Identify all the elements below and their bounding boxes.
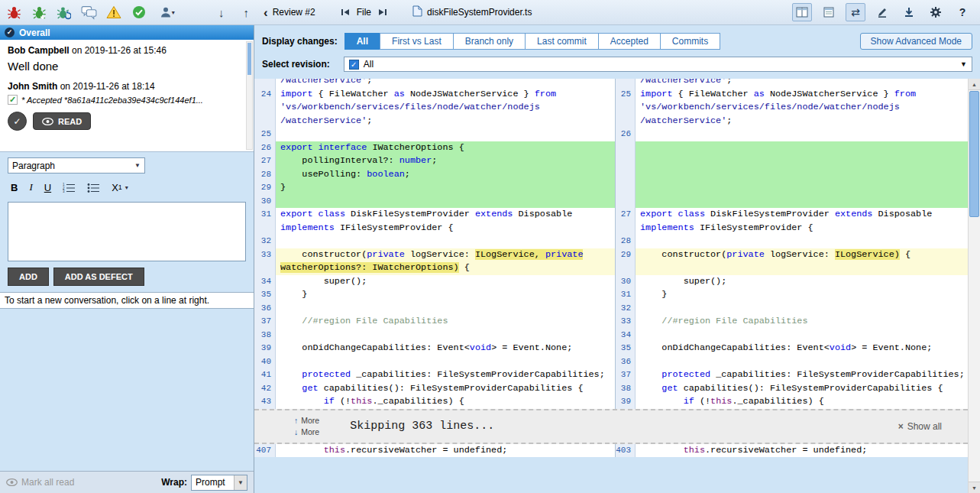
subscript-button[interactable]: X1 ▾ bbox=[112, 182, 128, 193]
diff-row[interactable]: 27export class DiskFileSystemProvider ex… bbox=[616, 208, 968, 235]
diff-row[interactable]: 40 bbox=[254, 355, 615, 369]
accept-round-button[interactable]: ✓ bbox=[8, 112, 27, 131]
diff-row[interactable]: 33 //#region File Capabilities bbox=[616, 315, 968, 329]
tab-all[interactable]: All bbox=[344, 33, 380, 50]
overall-section-header[interactable]: ✓ Overall bbox=[0, 25, 254, 40]
diff-row[interactable]: 32 bbox=[254, 235, 615, 248]
settings-gear-icon[interactable] bbox=[926, 3, 946, 21]
diff-row[interactable] bbox=[616, 261, 968, 275]
user-menu-icon[interactable]: ▾ bbox=[155, 3, 179, 21]
diff-row[interactable]: 36 bbox=[254, 302, 615, 316]
comments-scrollbar-thumb[interactable] bbox=[247, 43, 251, 75]
diff-row[interactable] bbox=[616, 195, 968, 209]
italic-button[interactable]: I bbox=[29, 181, 32, 193]
diff-row[interactable]: 34 super(); bbox=[254, 275, 615, 289]
move-down-icon[interactable]: ↓ bbox=[213, 3, 230, 21]
diff-row[interactable]: 25 bbox=[254, 128, 615, 141]
comments-icon[interactable] bbox=[81, 3, 98, 21]
diff-row[interactable]: 24import { FileWatcher as NodeJSWatcherS… bbox=[254, 88, 615, 128]
diff-row[interactable]: 43 if (!this._capabilities) { bbox=[254, 395, 615, 409]
accepted-check-icon[interactable] bbox=[131, 3, 147, 21]
diff-row[interactable]: 30 super(); bbox=[616, 275, 968, 289]
read-button[interactable]: READ bbox=[33, 112, 91, 130]
diff-row[interactable]: 27 pollingInterval?: number; bbox=[254, 154, 615, 168]
line-number bbox=[254, 79, 276, 88]
add-as-defect-button[interactable]: ADD AS DEFECT bbox=[53, 268, 144, 286]
reviews-bug-icon[interactable] bbox=[6, 3, 23, 21]
diff-row[interactable]: 407 this.recursiveWatcher = undefined; bbox=[254, 444, 615, 458]
diff-row[interactable]: 32 bbox=[616, 302, 968, 316]
diff-row[interactable]: 28 bbox=[616, 235, 968, 248]
move-up-icon[interactable]: ↑ bbox=[238, 3, 254, 21]
paragraph-style-select[interactable]: Paragraph ▼ bbox=[8, 157, 145, 174]
diff-row[interactable]: 36 bbox=[616, 355, 968, 369]
diff-row[interactable]: 38 bbox=[254, 329, 615, 342]
diff-row[interactable]: 31export class DiskFileSystemProvider ex… bbox=[254, 208, 615, 235]
diff-row[interactable]: 34 bbox=[616, 329, 968, 342]
wrap-select[interactable]: Prompt ▼ bbox=[191, 475, 247, 491]
diff-row[interactable]: 41 protected _capabilities: FileSystemPr… bbox=[254, 368, 615, 382]
underline-button[interactable]: U bbox=[44, 182, 51, 193]
scroll-up-icon[interactable]: ▲ bbox=[969, 79, 980, 90]
last-file-icon[interactable] bbox=[376, 3, 390, 21]
tab-commits[interactable]: Commits bbox=[660, 33, 720, 50]
diff-row[interactable]: 35 onDidChangeCapabilities: Event<void> … bbox=[616, 342, 968, 355]
comments-scrollbar[interactable] bbox=[246, 41, 253, 150]
diff-row[interactable] bbox=[616, 141, 968, 155]
side-by-side-view-icon[interactable] bbox=[792, 3, 812, 21]
tab-accepted[interactable]: Accepted bbox=[598, 33, 661, 50]
diff-row[interactable]: /watcherService'; bbox=[616, 79, 968, 88]
diff-row[interactable]: 38 get capabilities(): FileSystemProvide… bbox=[616, 382, 968, 396]
diff-row[interactable]: 35 } bbox=[254, 288, 615, 302]
diff-row[interactable]: 31 } bbox=[616, 288, 968, 302]
first-file-icon[interactable] bbox=[338, 3, 352, 21]
diff-row[interactable]: /watcherService'; bbox=[254, 79, 615, 88]
compare-mode-icon[interactable]: ⇄ bbox=[846, 3, 865, 21]
diff-scrollbar-thumb[interactable] bbox=[969, 91, 979, 217]
diff-row[interactable]: 33 constructor(private logService: ILogS… bbox=[254, 248, 615, 275]
help-icon[interactable]: ? bbox=[953, 3, 972, 21]
diff-row[interactable] bbox=[616, 154, 968, 168]
ordered-list-button[interactable]: 123 bbox=[63, 183, 76, 193]
diff-row[interactable]: 29 constructor(private logService: ILogS… bbox=[616, 248, 968, 262]
diff-row[interactable]: 29} bbox=[254, 181, 615, 195]
more-down-button[interactable]: ↓More bbox=[294, 427, 319, 436]
diff-row[interactable]: 25import { FileWatcher as NodeJSWatcherS… bbox=[616, 88, 968, 128]
bold-button[interactable]: B bbox=[11, 182, 18, 193]
diff-row[interactable]: 26export interface IWatcherOptions { bbox=[254, 141, 615, 155]
sync-review-bug-icon[interactable] bbox=[56, 3, 73, 21]
back-to-review[interactable]: ‹ Review #2 bbox=[264, 6, 315, 19]
comment-input[interactable] bbox=[8, 202, 246, 261]
diff-row[interactable]: 37 //#region File Capabilities bbox=[254, 315, 615, 329]
edit-file-icon[interactable] bbox=[872, 3, 892, 21]
mark-all-read-button[interactable]: Mark all read bbox=[6, 477, 74, 488]
line-number: 407 bbox=[254, 444, 276, 458]
new-review-bug-icon[interactable] bbox=[31, 3, 48, 21]
current-file[interactable]: diskFileSystemProvider.ts bbox=[412, 5, 532, 19]
diff-row[interactable]: 37 protected _capabilities: FileSystemPr… bbox=[616, 368, 968, 382]
more-up-button[interactable]: ↑More bbox=[294, 416, 319, 425]
revision-dropdown[interactable]: ✓ All ▼ bbox=[344, 57, 972, 72]
diff-row[interactable]: 26 bbox=[616, 128, 968, 141]
download-icon[interactable] bbox=[899, 3, 919, 21]
tab-last-commit[interactable]: Last commit bbox=[525, 33, 599, 50]
diff-row[interactable]: 42 get capabilities(): FileSystemProvide… bbox=[254, 382, 615, 396]
show-advanced-mode-button[interactable]: Show Advanced Mode bbox=[860, 33, 972, 50]
diff-row[interactable]: 403 this.recursiveWatcher = undefined; bbox=[616, 444, 968, 458]
diff-scrollbar[interactable]: ▲ ▼ bbox=[968, 79, 980, 493]
show-all-button[interactable]: ×Show all bbox=[898, 421, 942, 432]
tab-branch-only[interactable]: Branch only bbox=[453, 33, 526, 50]
diff-row[interactable]: 28 usePolling: boolean; bbox=[254, 168, 615, 182]
diff-row[interactable]: 39 if (!this._capabilities) { bbox=[616, 395, 968, 409]
diff-row[interactable]: 30 bbox=[254, 195, 615, 209]
diff-row[interactable] bbox=[616, 168, 968, 182]
bullet-list-button[interactable] bbox=[87, 183, 100, 193]
diff-row[interactable]: 39 onDidChangeCapabilities: Event<void> … bbox=[254, 342, 615, 355]
tab-first-vs-last[interactable]: First vs Last bbox=[380, 33, 454, 50]
diff-row[interactable] bbox=[616, 181, 968, 195]
file-skip-group: File bbox=[338, 3, 390, 21]
defects-warning-icon[interactable] bbox=[105, 3, 122, 21]
unified-view-icon[interactable] bbox=[819, 3, 839, 21]
add-button[interactable]: ADD bbox=[8, 268, 49, 286]
scroll-down-icon[interactable]: ▼ bbox=[969, 482, 980, 493]
